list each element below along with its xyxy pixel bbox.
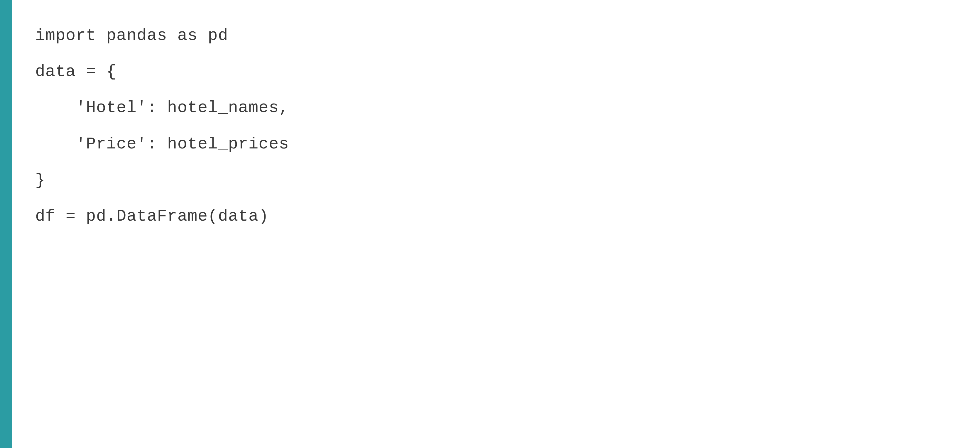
code-snippet-area: import pandas as pd data = { 'Hotel': ho…	[12, 0, 980, 448]
accent-bar	[0, 0, 12, 448]
code-line-dataframe: df = pd.DataFrame(data)	[35, 198, 956, 234]
code-line-data-close: }	[35, 162, 956, 198]
page-container: import pandas as pd data = { 'Hotel': ho…	[0, 0, 980, 448]
code-line-hotel-key: 'Hotel': hotel_names,	[35, 90, 956, 126]
code-line-data-open: data = {	[35, 54, 956, 90]
code-line-import: import pandas as pd	[35, 17, 956, 54]
code-line-price-key: 'Price': hotel_prices	[35, 126, 956, 162]
